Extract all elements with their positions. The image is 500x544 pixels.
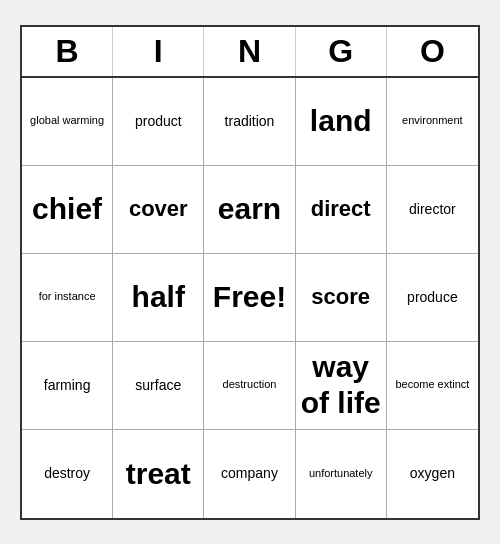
bingo-cell-r2-c2: Free! xyxy=(204,254,295,342)
cell-text-r4-c3: unfortunately xyxy=(309,467,373,480)
cell-text-r2-c0: for instance xyxy=(39,290,96,303)
cell-text-r4-c2: company xyxy=(221,465,278,482)
bingo-cell-r1-c0: chief xyxy=(22,166,113,254)
cell-text-r4-c0: destroy xyxy=(44,465,90,482)
cell-text-r4-c4: oxygen xyxy=(410,465,455,482)
cell-text-r1-c2: earn xyxy=(218,191,281,227)
cell-text-r1-c1: cover xyxy=(129,196,188,222)
bingo-cell-r2-c3: score xyxy=(296,254,387,342)
bingo-cell-r3-c3: way of life xyxy=(296,342,387,430)
cell-text-r0-c1: product xyxy=(135,113,182,130)
bingo-cell-r3-c1: surface xyxy=(113,342,204,430)
cell-text-r2-c2: Free! xyxy=(213,279,286,315)
bingo-cell-r2-c1: half xyxy=(113,254,204,342)
bingo-cell-r4-c3: unfortunately xyxy=(296,430,387,518)
cell-text-r0-c4: environment xyxy=(402,114,463,127)
bingo-cell-r1-c4: director xyxy=(387,166,478,254)
bingo-cell-r0-c1: product xyxy=(113,78,204,166)
bingo-cell-r1-c3: direct xyxy=(296,166,387,254)
bingo-cell-r1-c2: earn xyxy=(204,166,295,254)
bingo-card: BINGO global warmingproducttraditionland… xyxy=(20,25,480,520)
cell-text-r0-c0: global warming xyxy=(30,114,104,127)
bingo-cell-r0-c2: tradition xyxy=(204,78,295,166)
header-letter-n: N xyxy=(204,27,295,76)
cell-text-r3-c2: destruction xyxy=(223,378,277,391)
bingo-cell-r4-c2: company xyxy=(204,430,295,518)
cell-text-r3-c4: become extinct xyxy=(395,378,469,391)
bingo-cell-r3-c4: become extinct xyxy=(387,342,478,430)
bingo-grid: global warmingproducttraditionlandenviro… xyxy=(22,78,478,518)
bingo-cell-r2-c0: for instance xyxy=(22,254,113,342)
header-letter-i: I xyxy=(113,27,204,76)
cell-text-r0-c3: land xyxy=(310,103,372,139)
cell-text-r0-c2: tradition xyxy=(225,113,275,130)
cell-text-r4-c1: treat xyxy=(126,456,191,492)
bingo-cell-r4-c0: destroy xyxy=(22,430,113,518)
bingo-cell-r1-c1: cover xyxy=(113,166,204,254)
bingo-cell-r4-c1: treat xyxy=(113,430,204,518)
header-letter-b: B xyxy=(22,27,113,76)
bingo-cell-r0-c3: land xyxy=(296,78,387,166)
cell-text-r1-c3: direct xyxy=(311,196,371,222)
bingo-cell-r0-c4: environment xyxy=(387,78,478,166)
bingo-header: BINGO xyxy=(22,27,478,78)
bingo-cell-r0-c0: global warming xyxy=(22,78,113,166)
cell-text-r3-c0: farming xyxy=(44,377,91,394)
cell-text-r1-c0: chief xyxy=(32,191,102,227)
bingo-cell-r4-c4: oxygen xyxy=(387,430,478,518)
header-letter-o: O xyxy=(387,27,478,76)
cell-text-r3-c3: way of life xyxy=(300,349,382,421)
bingo-cell-r3-c2: destruction xyxy=(204,342,295,430)
cell-text-r1-c4: director xyxy=(409,201,456,218)
cell-text-r3-c1: surface xyxy=(135,377,181,394)
cell-text-r2-c1: half xyxy=(132,279,185,315)
bingo-cell-r2-c4: produce xyxy=(387,254,478,342)
cell-text-r2-c3: score xyxy=(311,284,370,310)
header-letter-g: G xyxy=(296,27,387,76)
cell-text-r2-c4: produce xyxy=(407,289,458,306)
bingo-cell-r3-c0: farming xyxy=(22,342,113,430)
